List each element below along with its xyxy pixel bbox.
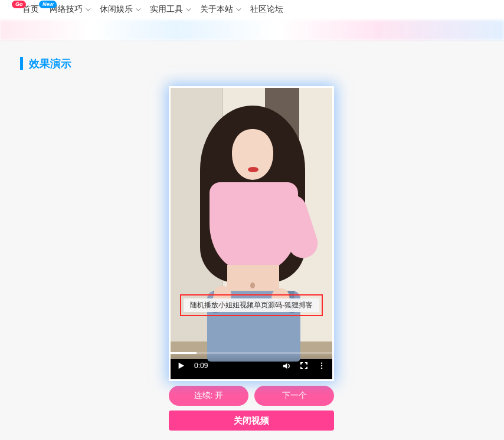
nav-label: 休闲娱乐 (100, 4, 133, 15)
close-video-button[interactable]: 关闭视频 (169, 411, 334, 431)
video-caption: 随机播放小姐姐视频单页源码-狐狸搏客 (184, 298, 319, 312)
nav-about[interactable]: 关于本站 (200, 4, 240, 15)
progress-bar[interactable] (171, 352, 332, 354)
caption-highlight-frame: 随机播放小姐姐视频单页源码-狐狸搏客 (180, 294, 323, 316)
nav-label: 社区论坛 (250, 4, 283, 15)
badge-go: Go (12, 1, 26, 8)
more-icon[interactable] (317, 361, 326, 370)
nav-tools[interactable]: 实用工具 (150, 4, 189, 15)
nav-label: 实用工具 (150, 4, 183, 15)
section-heading: 效果演示 (20, 57, 504, 71)
nav-label: 关于本站 (200, 4, 233, 15)
volume-icon[interactable] (282, 361, 291, 370)
heading-accent-bar (20, 57, 23, 70)
nav-home[interactable]: Go 首页 (22, 4, 39, 15)
chevron-down-icon (186, 6, 191, 11)
svg-point-2 (321, 367, 322, 369)
video-controls: 0:09 (171, 352, 332, 379)
gradient-strip (0, 20, 504, 40)
nav-entertainment[interactable]: 休闲娱乐 (100, 4, 139, 15)
next-button[interactable]: 下一个 (254, 386, 334, 406)
heading-text: 效果演示 (29, 57, 71, 71)
svg-point-1 (321, 365, 322, 366)
page-body: 效果演示 随机播放小姐姐视频单页源码-狐狸搏客 0:09 (0, 40, 504, 440)
play-icon[interactable] (176, 361, 186, 370)
nav-forum[interactable]: 社区论坛 (250, 4, 283, 15)
svg-point-0 (321, 362, 322, 363)
badge-new: New (39, 1, 57, 8)
nav-network-skills[interactable]: New 网络技巧 (50, 4, 89, 15)
continuous-toggle-button[interactable]: 连续: 开 (169, 386, 248, 406)
button-row: 连续: 开 下一个 (169, 386, 334, 406)
chevron-down-icon (136, 6, 140, 11)
video-frame-scene (171, 88, 332, 379)
fullscreen-icon[interactable] (299, 361, 309, 370)
top-nav: Go 首页 New 网络技巧 休闲娱乐 实用工具 关于本站 社区论坛 (0, 0, 504, 20)
demo-card: 随机播放小姐姐视频单页源码-狐狸搏客 0:09 (169, 86, 334, 431)
chevron-down-icon (86, 6, 90, 11)
video-player[interactable]: 随机播放小姐姐视频单页源码-狐狸搏客 0:09 (169, 86, 334, 381)
current-time: 0:09 (194, 362, 208, 370)
chevron-down-icon (236, 6, 241, 11)
